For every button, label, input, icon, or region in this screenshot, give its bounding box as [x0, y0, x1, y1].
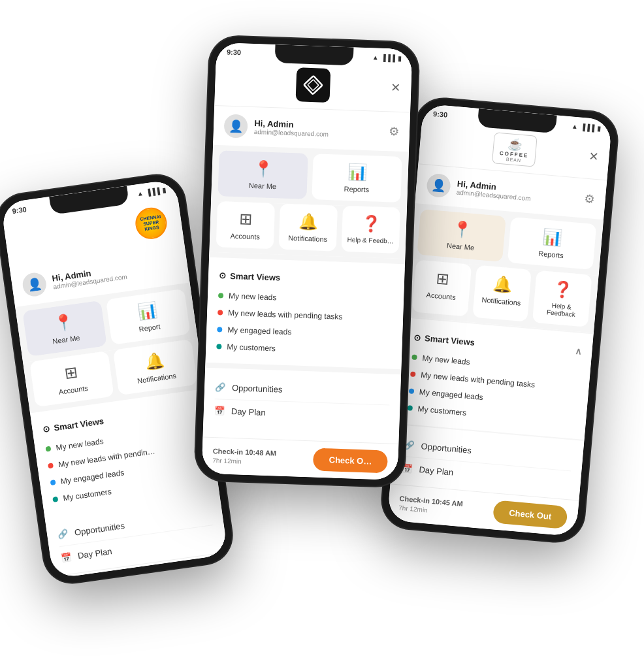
accounts-label-center: Accounts: [230, 232, 260, 241]
time-center: 9:30: [227, 48, 241, 57]
svg-rect-0: [304, 76, 322, 94]
status-icons-right: ▲ ▐▐▐ ▮: [572, 122, 602, 132]
status-icons-center: ▲ ▐▐▐ ▮: [372, 54, 402, 62]
gear-icon-right[interactable]: ⚙: [584, 191, 596, 206]
bell-icon-center: 🔔: [298, 212, 319, 231]
close-btn-center[interactable]: ✕: [391, 80, 401, 95]
csk-logo: CHENNAISUPERKINGS: [127, 200, 174, 247]
accounts-btn-right[interactable]: ⊞ Accounts: [412, 260, 472, 317]
notifications-btn-center[interactable]: 🔔 Notifications: [279, 204, 338, 252]
accounts-icon-right: ⊞: [435, 269, 449, 289]
phone-right-screen: 9:30 ▲ ▐▐▐ ▮ ☕ COFFEE BEAN ✕: [387, 104, 613, 537]
reports-icon-right: 📊: [542, 227, 563, 248]
coffee-cup-icon: ☕: [507, 137, 523, 152]
diamond-logo: [302, 74, 324, 96]
smart-views-icon-right: ⊙: [413, 332, 421, 342]
checkin-duration-right: 7hr 12min: [398, 504, 428, 514]
checkout-btn-left[interactable]: Check Out: [145, 561, 221, 579]
near-me-btn-right[interactable]: 📍 Near Me: [417, 209, 506, 262]
signal-icon-c: ▐▐▐: [381, 54, 396, 61]
app-header-center: ✕: [214, 58, 411, 112]
phone-left-screen: 9:30 ▲ ▐▐▐ ▮ CHENNAISUPERKINGS: [1, 179, 228, 579]
opportunities-icon-right: 🔗: [404, 440, 415, 450]
near-me-btn-left[interactable]: 📍 Near Me: [22, 301, 107, 357]
near-me-label-right: Near Me: [447, 242, 475, 252]
accounts-icon-center: ⊞: [239, 210, 253, 229]
help-icon-center: ❓: [361, 214, 381, 233]
csk-emblem: CHENNAISUPERKINGS: [133, 206, 169, 241]
signal-icon-r: ▐▐▐: [581, 123, 595, 131]
help-label-right: Help & Feedback: [538, 301, 584, 319]
near-me-label-center: Near Me: [249, 182, 277, 190]
smart-views-center: ⊙ Smart Views My new leads My new leads …: [206, 263, 405, 369]
person-pin-icon-left: 📍: [53, 312, 75, 333]
help-label-center: Help & Feedb…: [347, 236, 393, 244]
opportunities-icon-left: 🔗: [57, 529, 69, 540]
time-left: 9:30: [12, 205, 27, 215]
accounts-btn-center[interactable]: ⊞ Accounts: [216, 201, 275, 249]
checkin-time-left: Check-in 10:45 AM: [65, 576, 129, 579]
gear-icon-center[interactable]: ⚙: [389, 124, 400, 139]
smart-views-right: ⊙ Smart Views ∧ My new leads My new lead…: [396, 323, 593, 440]
avatar-left: 👤: [21, 271, 48, 298]
checkout-btn-center[interactable]: Check O…: [313, 448, 388, 474]
notifications-label-center: Notifications: [288, 234, 327, 243]
collapse-icon-right[interactable]: ∧: [575, 346, 582, 357]
bell-icon-right: 🔔: [492, 274, 513, 295]
bell-icon-left: 🔔: [144, 351, 166, 372]
close-btn-right[interactable]: ✕: [588, 149, 599, 164]
accounts-label-right: Accounts: [426, 291, 456, 301]
person-pin-icon-right: 📍: [451, 220, 472, 240]
checkin-duration-center: 7hr 12min: [212, 457, 242, 465]
near-me-btn-center[interactable]: 📍 Near Me: [217, 150, 308, 199]
smart-views-icon-left: ⊙: [42, 424, 51, 434]
reports-icon-left: 📊: [137, 301, 159, 321]
notifications-label-left: Notifications: [137, 372, 176, 385]
phone-right: 9:30 ▲ ▐▐▐ ▮ ☕ COFFEE BEAN ✕: [380, 97, 619, 544]
checkin-footer-center: Check-in 10:48 AM 7hr 12min Check O…: [202, 437, 399, 480]
reports-btn-left[interactable]: 📊 Report: [106, 289, 191, 345]
coffee-logo-box: ☕ COFFEE BEAN: [492, 132, 538, 167]
smart-views-icon-center: ⊙: [219, 270, 227, 280]
checkout-btn-right[interactable]: Check Out: [492, 500, 568, 529]
avatar-right: 👤: [426, 173, 451, 199]
checkin-time-center: Check-in 10:48 AM: [213, 447, 277, 457]
notifications-label-right: Notifications: [481, 296, 521, 307]
notch-center: [275, 44, 354, 65]
reports-label-center: Reports: [344, 185, 369, 193]
time-right: 9:30: [433, 110, 448, 119]
reports-btn-right[interactable]: 📊 Reports: [507, 217, 597, 270]
near-me-label-left: Near Me: [52, 334, 80, 346]
wifi-icon-c: ▲: [372, 54, 379, 61]
opportunities-icon-center: 🔗: [215, 382, 226, 393]
battery-icon-r: ▮: [597, 124, 602, 131]
status-icons-left: ▲ ▐▐▐ ▮: [137, 186, 167, 197]
smart-views-title-right: Smart Views: [425, 333, 475, 348]
person-pin-icon-center: 📍: [253, 159, 273, 178]
help-btn-center[interactable]: ❓ Help & Feedb…: [342, 206, 400, 253]
avatar-center: 👤: [224, 114, 248, 138]
wifi-icon-r: ▲: [572, 122, 579, 130]
phone-center: 9:30 ▲ ▐▐▐ ▮ ✕: [195, 36, 419, 487]
logo-center: [296, 67, 331, 103]
notifications-btn-right[interactable]: 🔔 Notifications: [472, 265, 532, 322]
battery-icon: ▮: [162, 186, 167, 194]
signal-icon: ▐▐▐: [146, 187, 161, 196]
menu-center: 🔗 Opportunities 📅 Day Plan: [203, 370, 401, 434]
coffee-sub: BEAN: [506, 157, 522, 163]
reports-icon-center: 📊: [347, 163, 367, 182]
wifi-icon: ▲: [137, 189, 144, 197]
dayplan-icon-left: 📅: [60, 552, 72, 563]
smart-views-title-center: Smart Views: [230, 271, 281, 283]
phone-center-screen: 9:30 ▲ ▐▐▐ ▮ ✕: [202, 42, 413, 480]
help-btn-right[interactable]: ❓ Help & Feedback: [532, 270, 592, 327]
dayplan-icon-center: 📅: [214, 406, 225, 416]
reports-label-right: Reports: [538, 250, 564, 259]
scene: 9:30 ▲ ▐▐▐ ▮ CHENNAISUPERKINGS: [0, 0, 644, 669]
smart-views-title-left: Smart Views: [54, 416, 105, 433]
user-info-center: 👤 Hi, Admin admin@leadsquared.com ⚙: [213, 106, 410, 152]
reports-btn-center[interactable]: 📊 Reports: [312, 154, 402, 203]
svg-rect-1: [308, 80, 319, 91]
battery-icon-c: ▮: [398, 54, 402, 61]
accounts-icon-left: ⊞: [63, 363, 79, 383]
